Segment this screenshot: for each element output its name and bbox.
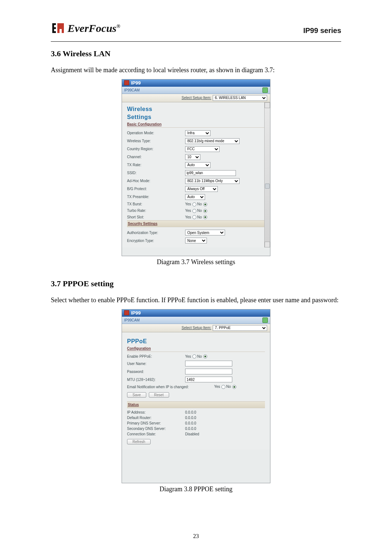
field-input[interactable]	[185, 361, 232, 366]
field-select[interactable]: None	[185, 238, 207, 243]
field-input[interactable]	[185, 170, 236, 176]
field-label: Turbo Rate:	[127, 209, 185, 213]
no-radio[interactable]	[203, 354, 207, 358]
field-label: SSID:	[127, 171, 185, 175]
page-header: EverFocus® IP99 series	[51, 22, 341, 35]
scroll-thumb[interactable]	[265, 184, 270, 189]
setup-item-bar: Select Setup Item: 7. PPPoE	[122, 324, 270, 332]
save-button[interactable]: Save	[127, 392, 146, 398]
status-row: Connection State:Disabled	[127, 431, 265, 437]
field-label: Encryption Type:	[127, 239, 185, 243]
yes-label: Yes	[185, 215, 191, 219]
form-row: Short Slot:YesNo	[127, 214, 265, 221]
section-3-6-body: Assignment will be made according to loc…	[51, 65, 341, 75]
section-3-7-body: Select whether to enable PPPoE function.…	[51, 295, 341, 305]
field-label: Password:	[127, 370, 185, 374]
status-label: IP Address:	[127, 410, 185, 414]
scroll-down-icon[interactable]	[265, 242, 270, 247]
yes-radio[interactable]	[192, 202, 196, 206]
field-label: MTU (128~1492):	[127, 378, 185, 382]
form-row: TX Burst:YesNo	[127, 201, 265, 208]
yes-radio[interactable]	[192, 354, 196, 358]
setup-item-label: Select Setup Item:	[181, 326, 211, 330]
page-number: 23	[0, 533, 392, 539]
logo: EverFocus®	[51, 22, 120, 35]
radio-group: YesNo	[185, 354, 265, 359]
radio-group: YesNo	[185, 215, 265, 219]
form-row: Password:	[127, 368, 265, 376]
yes-radio[interactable]	[221, 385, 225, 389]
form-row: SSID:	[127, 169, 265, 177]
field-select[interactable]: Infra	[185, 130, 211, 136]
yes-label: Yes	[214, 385, 220, 389]
yes-label: Yes	[185, 354, 191, 358]
status-value: 0.0.0.0	[185, 416, 196, 420]
radio-group: YesNo	[185, 209, 265, 213]
refresh-button[interactable]: Refresh	[127, 439, 151, 444]
breadcrumb-text: IP99CAM	[124, 318, 140, 322]
field-select[interactable]: 10	[185, 154, 200, 160]
security-settings-header: Security Settings	[127, 220, 265, 227]
window-app-icon	[124, 310, 129, 315]
no-radio[interactable]	[203, 202, 207, 206]
form-row: B/G Protect:Always Off	[127, 185, 265, 193]
scroll-up-icon[interactable]	[265, 102, 270, 108]
field-select[interactable]: Auto	[185, 162, 211, 168]
wireless-panel: Wireless Settings Basic Configuration Op…	[122, 102, 270, 248]
field-label: Country Region:	[127, 147, 185, 151]
go-icon[interactable]	[262, 317, 268, 323]
no-radio[interactable]	[203, 209, 207, 213]
form-row: Wireless Type:802.11b/g mixed mode	[127, 137, 265, 145]
status-value: 0.0.0.0	[185, 421, 196, 425]
field-select[interactable]: 802.11b/g mixed mode	[185, 138, 240, 144]
yes-label: Yes	[185, 209, 191, 213]
no-label: No	[197, 215, 202, 219]
yes-label: Yes	[185, 202, 191, 206]
logo-text: EverFocus®	[68, 22, 120, 34]
setup-item-select[interactable]: 6. WIRELESS LAN	[213, 95, 267, 101]
field-label: TX Burst:	[127, 202, 185, 206]
field-label: Authorization Type:	[127, 231, 185, 235]
form-row: TX Preamble:Auto	[127, 193, 265, 201]
form-row: Enable PPPoE:YesNo	[127, 353, 265, 360]
field-select[interactable]: 802.11b 11Mbps Only	[185, 178, 240, 184]
field-input[interactable]	[185, 377, 232, 382]
field-label: TX Preamble:	[127, 195, 185, 199]
form-row: Country Region:FCC	[127, 145, 265, 153]
panel-title-line1: Wireless	[127, 106, 265, 112]
field-label: Short Slot:	[127, 215, 185, 219]
status-value: 0.0.0.0	[185, 427, 196, 431]
go-icon[interactable]	[262, 87, 268, 93]
field-select[interactable]: Always Off	[185, 186, 218, 192]
header-divider	[51, 41, 341, 42]
field-select[interactable]: Auto	[185, 194, 205, 200]
setup-item-select[interactable]: 7. PPPoE	[213, 325, 267, 331]
yes-radio[interactable]	[192, 215, 196, 219]
config-header: Configuration	[127, 345, 265, 352]
field-label: B/G Protect:	[127, 187, 185, 191]
yes-radio[interactable]	[192, 209, 196, 213]
section-3-7-heading: 3.7 PPPOE setting	[51, 279, 341, 288]
field-label: Channel:	[127, 155, 185, 159]
field-label: Wireless Type:	[127, 139, 185, 143]
window-title: IP99	[131, 80, 141, 86]
radio-group: YesNo	[185, 202, 265, 206]
no-label: No	[197, 354, 202, 358]
field-label: Ad-Hoc Mode:	[127, 179, 185, 183]
field-label: User Name:	[127, 362, 185, 366]
window-app-icon	[124, 80, 129, 85]
form-row: Authorization Type:Open System	[127, 229, 265, 237]
field-input[interactable]	[185, 369, 232, 374]
field-label: Enable PPPoE:	[127, 354, 185, 358]
field-select[interactable]: FCC	[185, 146, 220, 152]
status-row: Primary DNS Server:0.0.0.0	[127, 420, 265, 426]
no-radio[interactable]	[232, 385, 236, 389]
setup-item-bar: Select Setup Item: 6. WIRELESS LAN	[122, 94, 270, 102]
logo-icon	[51, 22, 65, 35]
no-radio[interactable]	[203, 215, 207, 219]
status-value: Disabled	[185, 432, 199, 436]
scrollbar[interactable]	[264, 102, 270, 248]
basic-config-header: Basic Configuration	[127, 121, 265, 128]
reset-button[interactable]: Reset	[149, 392, 169, 398]
field-select[interactable]: Open System	[185, 230, 225, 235]
